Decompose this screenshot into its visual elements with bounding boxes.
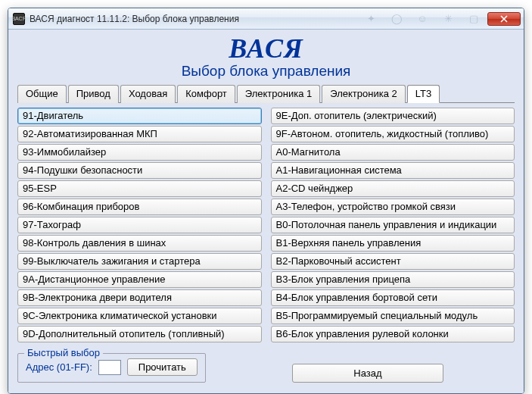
read-button[interactable]: Прочитать xyxy=(127,358,198,376)
module-98-tpms[interactable]: 98-Контроль давления в шинах xyxy=(17,235,262,252)
page-subtitle: Выбор блока управления xyxy=(16,63,516,80)
clapper-icon: ✦ xyxy=(363,13,378,24)
tab-drive[interactable]: Привод xyxy=(68,85,119,103)
back-button[interactable]: Назад xyxy=(292,364,443,383)
main-window: ВАСЯ ВАСЯ диагност 11.11.2: Выбор блока … xyxy=(8,8,524,394)
module-a0-radio[interactable]: A0-Магнитола xyxy=(271,144,515,161)
ghost-toolbar: ✦ ◯ ☺ ✳ ▢ xyxy=(363,13,481,24)
module-93-immo[interactable]: 93-Иммобилайзер xyxy=(17,144,262,161)
module-9a-remote[interactable]: 9A-Дистанционное управление xyxy=(17,271,262,288)
module-b3-trailer[interactable]: B3-Блок управления прицепа xyxy=(271,271,515,288)
module-99-ignition[interactable]: 99-Выключатель зажигания и стартера xyxy=(17,253,262,270)
tab-electronics-1[interactable]: Электроника 1 xyxy=(237,85,320,103)
module-a3-phone[interactable]: A3-Телефон, устройство громкой связи xyxy=(271,199,515,215)
module-list: 91-Двигатель 92-Автоматизированная МКП 9… xyxy=(16,103,516,344)
module-94-airbag[interactable]: 94-Подушки безопасности xyxy=(17,162,262,179)
app-icon: ВАСЯ xyxy=(13,13,25,25)
tab-chassis[interactable]: Ходовая xyxy=(120,85,176,103)
module-a1-nav[interactable]: A1-Навигационная система xyxy=(271,162,515,179)
module-9c-hvac[interactable]: 9C-Электроника климатической установки xyxy=(17,308,262,324)
module-9b-driver-door[interactable]: 9B-Электроника двери водителя xyxy=(17,289,262,306)
module-b5-special[interactable]: B5-Программируемый специальный модуль xyxy=(271,308,515,324)
gear-icon: ✳ xyxy=(440,13,456,24)
window-title: ВАСЯ диагност 11.11.2: Выбор блока управ… xyxy=(30,14,239,24)
module-b2-park-assist[interactable]: B2-Парковочный ассистент xyxy=(271,253,515,270)
tab-comfort[interactable]: Комфорт xyxy=(177,85,235,103)
quick-select-legend: Быстрый выбор xyxy=(24,347,103,358)
module-9d-aux-heater-fuel[interactable]: 9D-Дополнительный отопитель (топливный) xyxy=(17,326,262,342)
module-b1-upper-panel[interactable]: B1-Верхняя панель управления xyxy=(271,235,515,252)
module-96-cluster[interactable]: 96-Комбинация приборов xyxy=(17,199,262,215)
quick-select-group: Быстрый выбор Адрес (01-FF): Прочитать xyxy=(17,353,206,383)
module-column-left: 91-Двигатель 92-Автоматизированная МКП 9… xyxy=(17,108,262,342)
titlebar[interactable]: ВАСЯ ВАСЯ диагност 11.11.2: Выбор блока … xyxy=(8,8,524,30)
tab-common[interactable]: Общие xyxy=(17,85,67,103)
module-a2-cd-changer[interactable]: A2-CD чейнджер xyxy=(271,180,515,197)
tab-lt3[interactable]: LT3 xyxy=(407,85,440,103)
module-92-amt[interactable]: 92-Автоматизированная МКП xyxy=(17,126,262,142)
camera-icon: ◯ xyxy=(389,13,404,24)
bottom-bar: Быстрый выбор Адрес (01-FF): Прочитать Н… xyxy=(16,353,516,383)
close-button[interactable] xyxy=(487,12,521,26)
module-column-right: 9E-Доп. отопитель (электрический) 9F-Авт… xyxy=(271,108,515,342)
client-area: ВАСЯ Выбор блока управления Общие Привод… xyxy=(8,30,524,393)
module-97-tacho[interactable]: 97-Тахограф xyxy=(17,217,262,233)
address-label: Адрес (01-FF): xyxy=(26,361,92,373)
module-95-esp[interactable]: 95-ESP xyxy=(17,180,262,197)
module-91-engine[interactable]: 91-Двигатель xyxy=(17,108,262,124)
header: ВАСЯ Выбор блока управления xyxy=(16,33,516,80)
user-icon: ☺ xyxy=(415,13,430,24)
tab-bar: Общие Привод Ходовая Комфорт Электроника… xyxy=(17,84,515,103)
module-9f-auto-heater[interactable]: 9F-Автоном. отопитель, жидкостный (топли… xyxy=(271,126,515,142)
address-input[interactable] xyxy=(98,360,121,375)
tab-electronics-2[interactable]: Электроника 2 xyxy=(322,85,405,103)
module-b0-overhead-panel[interactable]: B0-Потолочная панель управления и индика… xyxy=(271,217,515,233)
module-b4-body-control[interactable]: B4-Блок управления бортовой сети xyxy=(271,289,515,306)
module-b6-steering-column[interactable]: B6-Блок управления рулевой колонки xyxy=(271,326,515,342)
square-icon: ▢ xyxy=(466,13,481,24)
brand-title: ВАСЯ xyxy=(16,33,516,64)
module-9e-aux-heater-elec[interactable]: 9E-Доп. отопитель (электрический) xyxy=(271,108,515,124)
